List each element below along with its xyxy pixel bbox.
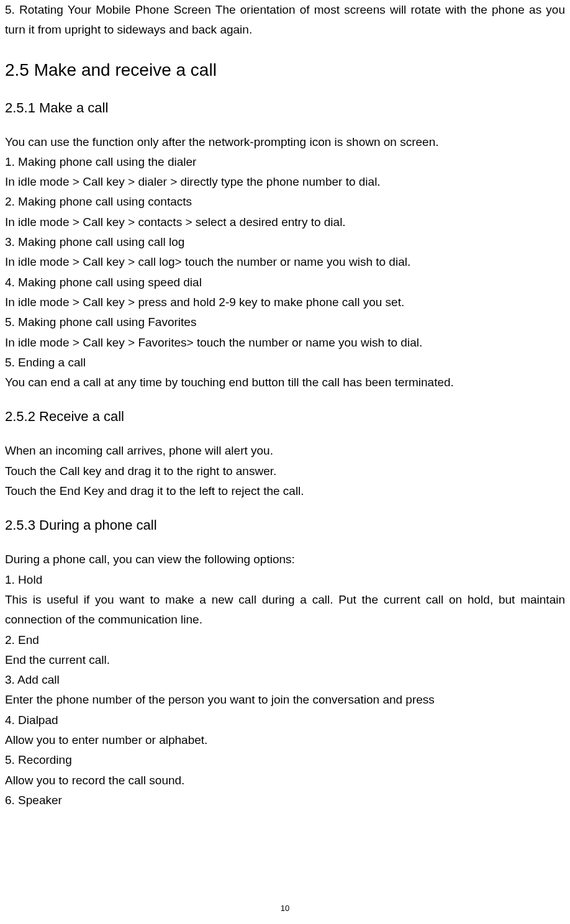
subsection-heading-2-5-1: 2.5.1 Make a call (5, 100, 565, 116)
sub3-line-11: 6. Speaker (5, 790, 565, 810)
sub1-line-2: In idle mode > Call key > dialer > direc… (5, 172, 565, 192)
sub1-line-9: 5. Making phone call using Favorites (5, 312, 565, 332)
sub1-line-11: 5. Ending a call (5, 353, 565, 373)
section-heading-2-5: 2.5 Make and receive a call (5, 60, 565, 80)
sub3-line-0: During a phone call, you can view the fo… (5, 550, 565, 569)
sub1-line-5: 3. Making phone call using call log (5, 232, 565, 252)
sub3-line-10: Allow you to record the call sound. (5, 771, 565, 790)
sub3-line-1: 1. Hold (5, 570, 565, 590)
sub3-line-6: Enter the phone number of the person you… (5, 690, 565, 710)
sub3-line-2: This is useful if you want to make a new… (5, 590, 565, 630)
sub3-line-5: 3. Add call (5, 670, 565, 690)
sub1-line-4: In idle mode > Call key > contacts > sel… (5, 212, 565, 232)
page-number: 10 (0, 904, 570, 913)
sub1-line-12: You can end a call at any time by touchi… (5, 373, 565, 392)
page-content: 5. Rotating Your Mobile Phone Screen The… (0, 0, 570, 810)
subsection-heading-2-5-3: 2.5.3 During a phone call (5, 517, 565, 533)
sub3-line-3: 2. End (5, 630, 565, 650)
sub2-line-1: Touch the Call key and drag it to the ri… (5, 461, 565, 481)
sub1-line-0: You can use the function only after the … (5, 132, 565, 152)
sub3-line-7: 4. Dialpad (5, 710, 565, 730)
sub3-line-9: 5. Recording (5, 750, 565, 770)
sub1-line-3: 2. Making phone call using contacts (5, 192, 565, 212)
sub2-line-0: When an incoming call arrives, phone wil… (5, 441, 565, 461)
sub1-line-1: 1. Making phone call using the dialer (5, 152, 565, 172)
sub1-line-8: In idle mode > Call key > press and hold… (5, 292, 565, 312)
sub3-line-8: Allow you to enter number or alphabet. (5, 730, 565, 750)
sub1-line-6: In idle mode > Call key > call log> touc… (5, 252, 565, 272)
sub1-line-10: In idle mode > Call key > Favorites> tou… (5, 333, 565, 353)
intro-paragraph: 5. Rotating Your Mobile Phone Screen The… (5, 0, 565, 40)
subsection-heading-2-5-2: 2.5.2 Receive a call (5, 409, 565, 425)
sub3-line-4: End the current call. (5, 650, 565, 670)
sub2-line-2: Touch the End Key and drag it to the lef… (5, 481, 565, 501)
sub1-line-7: 4. Making phone call using speed dial (5, 273, 565, 292)
